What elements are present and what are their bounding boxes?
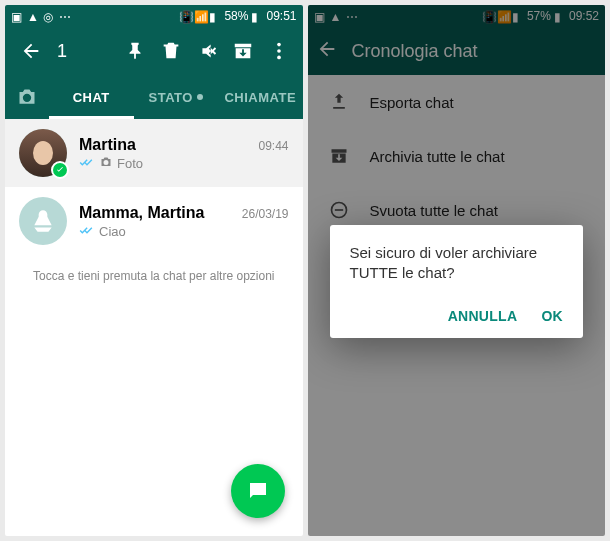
selected-check-icon — [51, 161, 69, 179]
tabs: CHAT STATO CHIAMATE — [5, 75, 303, 119]
selection-count: 1 — [57, 41, 67, 62]
chat-row[interactable]: Mamma, Martina 26/03/19 Ciao — [5, 187, 303, 255]
archive-button[interactable] — [225, 31, 261, 71]
screen-chat-selection: ▣ ▲ ◎ ⋯ 📳 📶 ▮ 58% ▮ 09:51 1 — [5, 5, 303, 536]
avatar[interactable] — [19, 129, 67, 177]
read-ticks-icon — [79, 157, 95, 169]
dialog-ok-button[interactable]: OK — [541, 308, 563, 324]
warning-icon: ▲ — [27, 10, 39, 22]
dots-icon: ⋯ — [59, 10, 71, 22]
instagram-icon: ◎ — [43, 10, 55, 22]
pin-button[interactable] — [117, 31, 153, 71]
tab-chiamate-label: CHIAMATE — [224, 90, 296, 105]
chat-list: Martina 09:44 Foto — [5, 119, 303, 297]
chat-row[interactable]: Martina 09:44 Foto — [5, 119, 303, 187]
chat-time: 26/03/19 — [242, 207, 289, 221]
dialog-message: Sei sicuro di voler archiviare TUTTE le … — [350, 243, 564, 284]
vibrate-icon: 📳 — [179, 10, 191, 22]
tab-chiamate[interactable]: CHIAMATE — [218, 75, 303, 119]
signal-icon: ▮ — [209, 10, 221, 22]
chat-content: Mamma, Martina 26/03/19 Ciao — [79, 204, 289, 239]
photo-icon — [99, 156, 113, 171]
confirm-dialog: Sei sicuro di voler archiviare TUTTE le … — [330, 225, 584, 338]
tab-stato[interactable]: STATO — [134, 75, 219, 119]
camera-tab[interactable] — [5, 87, 49, 107]
stato-dot-icon — [197, 94, 203, 100]
battery-icon: ▮ — [251, 10, 263, 22]
mute-button[interactable] — [189, 31, 225, 71]
tab-chat-label: CHAT — [73, 90, 110, 105]
chat-name: Mamma, Martina — [79, 204, 204, 222]
chat-time: 09:44 — [258, 139, 288, 153]
battery-text: 58% — [224, 9, 248, 23]
chat-name: Martina — [79, 136, 136, 154]
hint-text: Tocca e tieni premuta la chat per altre … — [5, 255, 303, 297]
back-button[interactable] — [11, 31, 51, 71]
svg-point-0 — [277, 43, 281, 47]
chat-subtitle: Ciao — [99, 224, 126, 239]
notification-icon: ▣ — [11, 10, 23, 22]
svg-point-1 — [277, 49, 281, 53]
avatar[interactable] — [19, 197, 67, 245]
status-bar: ▣ ▲ ◎ ⋯ 📳 📶 ▮ 58% ▮ 09:51 — [5, 5, 303, 27]
tab-stato-label: STATO — [149, 90, 193, 105]
read-ticks-icon — [79, 225, 95, 237]
delete-button[interactable] — [153, 31, 189, 71]
tab-chat[interactable]: CHAT — [49, 75, 134, 119]
svg-point-2 — [277, 56, 281, 60]
overflow-button[interactable] — [261, 31, 297, 71]
chat-subtitle: Foto — [117, 156, 143, 171]
clock-text: 09:51 — [266, 9, 296, 23]
dialog-cancel-button[interactable]: ANNULLA — [448, 308, 518, 324]
chat-content: Martina 09:44 Foto — [79, 136, 289, 171]
selection-action-bar: 1 — [5, 27, 303, 75]
wifi-icon: 📶 — [194, 10, 206, 22]
new-chat-fab[interactable] — [231, 464, 285, 518]
screen-chat-history: ▣ ▲ ⋯ 📳 📶 ▮ 57% ▮ 09:52 Cronologia chat … — [308, 5, 606, 536]
